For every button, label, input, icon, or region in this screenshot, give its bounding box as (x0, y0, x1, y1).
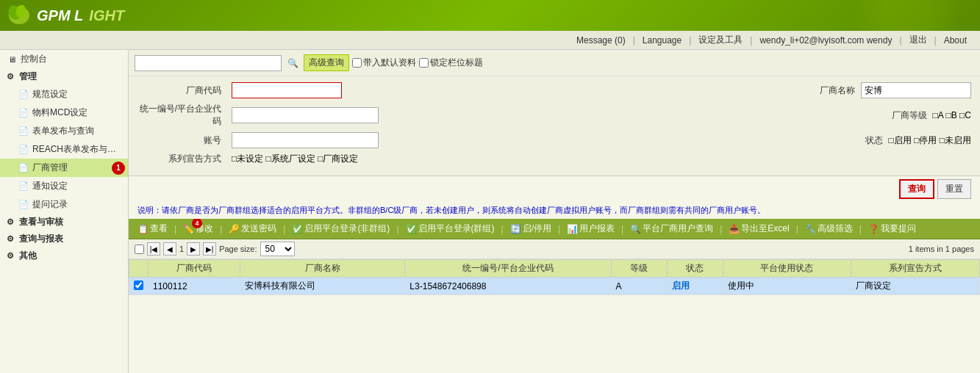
platform-query-btn[interactable]: 🔍 平台厂商用户查询 (626, 221, 718, 236)
row-checkbox-cell[interactable] (129, 278, 149, 295)
cell-vendor-code: 1100112 (149, 278, 240, 295)
header: GPM LIGHT (0, 0, 980, 31)
toolbar: 📋 查看 | ✏️ 修改 4 | 🔑 发送密码 | ✅ 启用平台登录(非群组) … (129, 219, 980, 239)
form-row-2: 统一编号/平台企业代码 厂商等级 □A □B □C (137, 103, 971, 128)
manage-icon: ⚙ (4, 71, 16, 83)
default-data-checkbox[interactable] (352, 58, 362, 68)
notice-text: 说明：请依厂商是否为厂商群组选择适合的启用平台方式。非群组的B/C级厂商，若未创… (129, 202, 980, 219)
query-button[interactable]: 查询 (899, 179, 934, 199)
unified-code-input[interactable] (232, 107, 379, 123)
sidebar-item-review[interactable]: ⚙ 查看与审核 (0, 214, 128, 231)
next-page-btn[interactable]: ▶ (187, 242, 200, 256)
publish-icon: 📄 (18, 126, 29, 137)
sidebar-item-other[interactable]: ⚙ 其他 (0, 247, 128, 264)
page-size-label: Page size: (219, 245, 257, 253)
settings-btn[interactable]: 设定及工具 (693, 32, 748, 48)
cell-level: A (611, 278, 667, 295)
sidebar-label-publish: 表单发布与查询 (32, 125, 122, 137)
last-page-btn[interactable]: ▶| (203, 242, 216, 256)
sidebar-label-mcd: 物料MCD设定 (32, 106, 122, 119)
message-btn[interactable]: Message (0) (571, 34, 632, 47)
enable-non-group-icon: ✅ (292, 224, 303, 234)
vendor-level-label: 厂商等级 (868, 109, 927, 122)
sidebar-label-other: 其他 (19, 250, 124, 262)
checkbox-lock-cols[interactable]: 锁定栏位标题 (419, 57, 483, 69)
ask-btn[interactable]: ❓ 我要提问 (864, 221, 920, 236)
sidebar-item-manage[interactable]: ⚙ 管理 (0, 68, 128, 85)
content-area: 🔍 高级查询 带入默认资料 锁定栏位标题 厂商代码 厂商名称 (129, 50, 980, 373)
table-row[interactable]: 1100112 安博科技有限公司 L3-1548672406898 A 启用 使… (129, 278, 980, 295)
status-label: 状态 (824, 134, 883, 147)
sidebar-item-reach[interactable]: 📄 REACH表单发布与… (0, 140, 128, 159)
ask-icon: ❓ (868, 224, 879, 234)
data-table-area: 厂商代码 厂商名称 统一编号/平台企业代码 等级 状态 平台使用状态 系列宣告方… (129, 259, 980, 373)
cell-status: 启用 (667, 278, 723, 295)
vendor-icon: 📄 (18, 162, 29, 174)
lock-cols-checkbox[interactable] (419, 58, 429, 68)
prev-page-btn[interactable]: ◀ (163, 242, 176, 256)
search-icon-btn[interactable]: 🔍 (285, 55, 301, 71)
sidebar-item-dashboard[interactable]: 🖥 控制台 (0, 50, 128, 68)
status-options: □启用 □停用 □未启用 (889, 134, 971, 147)
sidebar-item-notify[interactable]: 📄 通知设定 (0, 177, 128, 195)
current-page: 1 (179, 245, 184, 253)
spec-icon: 📄 (18, 89, 29, 101)
view-btn[interactable]: 📋 查看 (133, 221, 172, 236)
mcd-icon: 📄 (18, 107, 29, 119)
search-input[interactable] (135, 55, 282, 71)
account-input[interactable] (232, 132, 379, 148)
reset-button[interactable]: 重置 (937, 179, 971, 199)
advanced-filter-btn[interactable]: 🔧 高级筛选 (801, 221, 857, 236)
form-row-1: 厂商代码 厂商名称 (137, 82, 971, 98)
enable-non-group-btn[interactable]: ✅ 启用平台登录(非群组) (287, 221, 394, 236)
cell-series: 厂商设定 (851, 278, 980, 295)
page-size-select[interactable]: 50 100 200 (260, 242, 295, 256)
th-level: 等级 (611, 260, 667, 278)
other-icon: ⚙ (4, 250, 16, 262)
logo: GPM LIGHT (7, 5, 124, 26)
vendor-name-input[interactable] (861, 82, 971, 98)
th-vendor-name: 厂商名称 (240, 260, 405, 278)
sidebar-item-report[interactable]: ⚙ 查询与报表 (0, 231, 128, 247)
notify-icon: 📄 (18, 181, 29, 192)
send-pwd-btn[interactable]: 🔑 发送密码 (224, 221, 281, 236)
enable-group-btn[interactable]: ✅ 启用平台登录(群组) (401, 221, 499, 236)
account-label: 账号 (137, 134, 226, 147)
sidebar-item-mcd[interactable]: 📄 物料MCD设定 (0, 104, 128, 122)
about-btn[interactable]: About (938, 34, 973, 47)
report-icon: ⚙ (4, 233, 16, 245)
sidebar-label-dashboard: 控制台 (21, 53, 122, 65)
vendor-code-input[interactable] (232, 82, 342, 98)
cell-platform-status: 使用中 (723, 278, 851, 295)
sidebar-label-inquiry: 提问记录 (32, 198, 122, 211)
cell-vendor-name: 安博科技有限公司 (240, 278, 405, 295)
toggle-btn[interactable]: 🔄 启/停用 (506, 221, 556, 236)
form-row-3: 账号 状态 □启用 □停用 □未启用 (137, 132, 971, 148)
logout-btn[interactable]: 退出 (904, 32, 933, 48)
sidebar-label-notify: 通知设定 (32, 180, 122, 192)
checkbox-default-data[interactable]: 带入默认资料 (352, 57, 416, 69)
advanced-query-btn[interactable]: 高级查询 (304, 54, 349, 71)
user-report-btn[interactable]: 📊 用户报表 (562, 221, 619, 236)
select-all-checkbox[interactable] (135, 245, 144, 254)
sidebar-item-vendor[interactable]: 📄 厂商管理 1 (0, 159, 128, 177)
sidebar-item-publish[interactable]: 📄 表单发布与查询 (0, 122, 128, 140)
th-unified-code: 统一编号/平台企业代码 (405, 260, 611, 278)
filter-icon: 🔧 (805, 224, 816, 234)
sidebar-label-review: 查看与审核 (19, 216, 124, 228)
vendor-code-label: 厂商代码 (137, 84, 226, 97)
sidebar-item-spec[interactable]: 📄 规范设定 (0, 85, 128, 104)
language-btn[interactable]: Language (637, 34, 687, 47)
sidebar: 🖥 控制台 ⚙ 管理 📄 规范设定 📄 物料MCD设定 📄 表单发布与查询 📄 … (0, 50, 129, 373)
export-excel-btn[interactable]: 📥 导出至Excel (724, 221, 793, 236)
logo-leaf-icon (7, 5, 31, 26)
toggle-icon: 🔄 (510, 224, 521, 234)
sidebar-label-reach: REACH表单发布与… (32, 143, 122, 156)
first-page-btn[interactable]: |◀ (147, 242, 160, 256)
sidebar-item-inquiry[interactable]: 📄 提问记录 (0, 195, 128, 214)
row-checkbox[interactable] (134, 280, 143, 290)
edit-btn[interactable]: ✏️ 修改 4 (179, 221, 218, 236)
data-table: 厂商代码 厂商名称 统一编号/平台企业代码 等级 状态 平台使用状态 系列宣告方… (129, 259, 980, 295)
th-platform-status: 平台使用状态 (723, 260, 851, 278)
user-info: wendy_li+02@lvyisoft.com wendy (754, 34, 898, 47)
